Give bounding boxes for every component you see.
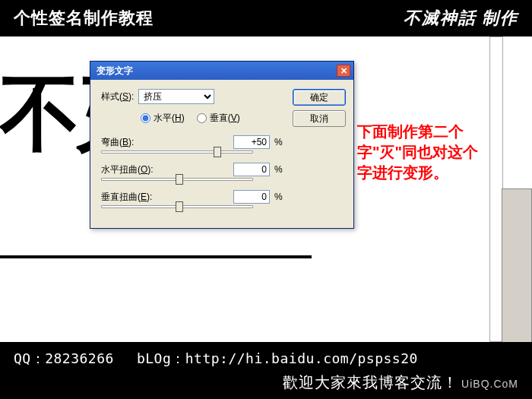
ok-button[interactable]: 确定 bbox=[293, 89, 346, 106]
vdist-row: 垂直扭曲(E): % bbox=[101, 190, 285, 204]
footer-site: UiBQ.CoM bbox=[461, 378, 518, 390]
hdist-input[interactable] bbox=[233, 163, 270, 176]
radio-horizontal-input[interactable] bbox=[141, 113, 150, 123]
footer-line1: QQ：28236266 bLOg：http://hi.baidu.com/psp… bbox=[14, 350, 518, 368]
bend-label: 弯曲(B): bbox=[101, 136, 160, 149]
cancel-button[interactable]: 取消 bbox=[293, 110, 346, 127]
style-row: 样式(S): 挤压 bbox=[101, 89, 285, 104]
slider-thumb[interactable] bbox=[176, 201, 183, 212]
dialog-body: 样式(S): 挤压 水平(H) 垂直(V) 弯曲(B): % bbox=[90, 80, 353, 228]
bend-slider[interactable] bbox=[101, 150, 285, 154]
slider-thumb[interactable] bbox=[214, 147, 221, 157]
footer-blog: bLOg：http://hi.baidu.com/pspss20 bbox=[137, 350, 418, 368]
dialog-titlebar[interactable]: 变形文字 ✕ bbox=[90, 62, 353, 80]
warp-text-dialog: 变形文字 ✕ 样式(S): 挤压 水平(H) 垂直(V) bbox=[90, 61, 354, 229]
hdist-slider[interactable] bbox=[101, 178, 285, 181]
radio-horizontal-label: 水平(H) bbox=[154, 112, 185, 125]
style-label: 样式(S): bbox=[101, 90, 134, 103]
hdist-row: 水平扭曲(O): % bbox=[101, 163, 285, 176]
style-select[interactable]: 挤压 bbox=[138, 89, 214, 104]
close-icon: ✕ bbox=[340, 66, 347, 76]
radio-vertical-label: 垂直(V) bbox=[210, 112, 240, 125]
hdist-unit: % bbox=[274, 164, 285, 175]
vdist-unit: % bbox=[274, 192, 285, 202]
radio-vertical[interactable]: 垂直(V) bbox=[197, 112, 240, 125]
hdist-label: 水平扭曲(O): bbox=[101, 163, 160, 176]
vdist-input[interactable] bbox=[233, 190, 270, 204]
footer: QQ：28236266 bLOg：http://hi.baidu.com/psp… bbox=[0, 342, 532, 399]
canvas-bottom-edge bbox=[0, 255, 312, 258]
page-title: 个性签名制作教程 bbox=[14, 7, 154, 30]
radio-horizontal[interactable]: 水平(H) bbox=[141, 112, 185, 125]
dialog-title: 变形文字 bbox=[97, 65, 133, 78]
dialog-right-column: 确定 取消 bbox=[293, 89, 346, 217]
footer-qq: QQ：28236266 bbox=[14, 350, 114, 368]
vdist-slider[interactable] bbox=[101, 205, 285, 208]
bend-input[interactable] bbox=[233, 135, 270, 149]
slider-track bbox=[101, 150, 253, 154]
close-button[interactable]: ✕ bbox=[337, 65, 350, 77]
radio-vertical-input[interactable] bbox=[197, 113, 207, 123]
slider-thumb[interactable] bbox=[176, 174, 183, 185]
annotation-text: 下面制作第二个字"灭"同也对这个字进行变形。 bbox=[357, 122, 479, 183]
bend-row: 弯曲(B): % bbox=[101, 135, 285, 149]
orientation-radiogroup: 水平(H) 垂直(V) bbox=[141, 112, 285, 125]
brand-logo: 不滅神話 制作 bbox=[404, 7, 519, 30]
top-header: 个性签名制作教程 不滅神話 制作 bbox=[0, 0, 532, 36]
dialog-left-column: 样式(S): 挤压 水平(H) 垂直(V) 弯曲(B): % bbox=[101, 89, 285, 217]
vdist-label: 垂直扭曲(E): bbox=[101, 191, 160, 204]
bend-unit: % bbox=[274, 137, 285, 147]
footer-line2: 歡迎大家來我博客交流！UiBQ.CoM bbox=[14, 372, 518, 393]
